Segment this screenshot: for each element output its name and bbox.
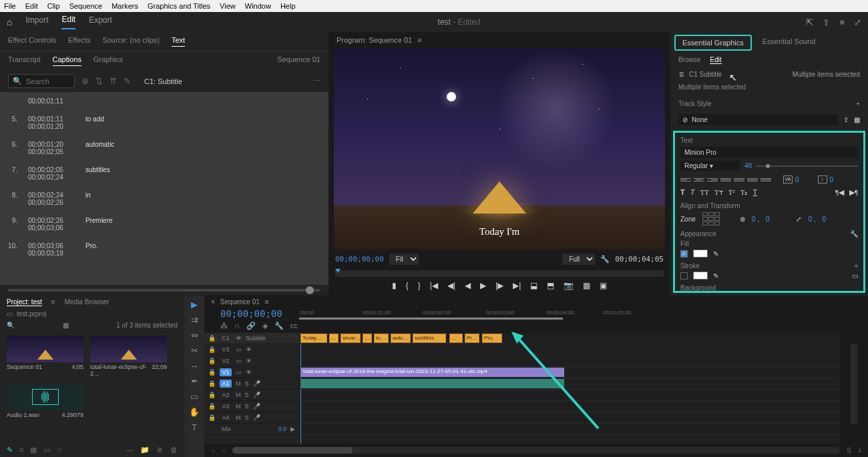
timeline-tc[interactable]: 00;00;00;00	[220, 308, 283, 319]
menu-window[interactable]: Window	[245, 2, 271, 10]
caption-row[interactable]: 6.00;00;01;2000;00;02;05automatic	[0, 135, 329, 161]
project-search-icon[interactable]: 🔍	[7, 322, 15, 329]
pos-x-value[interactable]: 0 ,	[752, 215, 759, 223]
font-size-value[interactable]: 48	[744, 162, 752, 169]
layer-name[interactable]: C1 Subtitle	[689, 71, 722, 78]
workspace-edit[interactable]: Edit	[61, 15, 75, 29]
tab-effects[interactable]: Effects	[68, 36, 90, 47]
align-right-icon[interactable]	[707, 175, 718, 184]
fill-color-swatch[interactable]	[693, 250, 708, 258]
quick-export-icon[interactable]: ⇱	[806, 17, 813, 27]
track-lane-mix[interactable]	[299, 424, 840, 435]
italic-icon[interactable]: T	[690, 188, 695, 197]
play-back-icon[interactable]: ◀	[465, 281, 471, 290]
marker-icon[interactable]: ▮	[392, 281, 397, 290]
caption-row[interactable]: 5.00;00;01;1100;00;01;20to add	[0, 110, 329, 135]
track-lane-a4[interactable]	[299, 412, 840, 424]
program-menu-icon[interactable]: ≡	[417, 36, 421, 44]
smallcaps-icon[interactable]: Tᴛ	[714, 188, 723, 197]
menu-graphics-and-titles[interactable]: Graphics and Titles	[148, 2, 210, 10]
tab-text[interactable]: Text	[172, 36, 185, 47]
settings-icon[interactable]: 🔧	[274, 322, 284, 330]
font-size-slider[interactable]	[756, 165, 858, 167]
program-tc-left[interactable]: 00;00;00;00	[335, 255, 384, 264]
in-icon[interactable]: {	[406, 281, 409, 290]
stroke-type-icon[interactable]: ▭	[852, 272, 858, 280]
font-select[interactable]: Minion Pro	[680, 147, 858, 158]
caption-clip[interactable]: show…	[341, 334, 361, 343]
rtl-icon[interactable]: ▶¶	[849, 188, 858, 197]
home-icon[interactable]: ⌂	[7, 17, 12, 27]
tab-effect-controls[interactable]: Effect Controls	[8, 36, 56, 47]
trash-icon[interactable]: 🗑	[170, 446, 178, 454]
play-icon[interactable]: ▶	[480, 281, 486, 290]
style-grid-icon[interactable]: ▦	[854, 116, 860, 123]
tab-essential-graphics[interactable]: Essential Graphics	[674, 35, 752, 51]
step-fwd-icon[interactable]: |▶	[495, 281, 503, 290]
workspace-export[interactable]: Export	[89, 15, 112, 29]
audio-clip[interactable]	[300, 379, 564, 388]
pencil-icon[interactable]: ✎	[124, 76, 131, 86]
track-lane-c1[interactable]: Today……show……to…auto…subtitles…Pr…Pro.	[299, 333, 840, 344]
tab-essential-sound[interactable]: Essential Sound	[756, 35, 823, 51]
superscript-icon[interactable]: T²	[728, 188, 735, 197]
caption-clip[interactable]: Pr…	[465, 334, 479, 343]
font-weight-select[interactable]: Regular ▾	[680, 161, 740, 171]
pencil-icon[interactable]: ✎	[7, 446, 13, 454]
merge-icon[interactable]: ⇈	[110, 76, 117, 86]
selection-tool-icon[interactable]: ▶	[191, 300, 198, 310]
project-item[interactable]: Sequence 014;05	[7, 336, 83, 377]
align-left-icon[interactable]	[680, 175, 691, 184]
tab-transcript[interactable]: Transcript	[8, 55, 41, 66]
track-header-v2[interactable]: 🔒V2▭👁	[204, 356, 299, 367]
camera-icon[interactable]: 📷	[564, 281, 574, 290]
underline-icon[interactable]: T	[752, 188, 757, 197]
fullscreen-icon[interactable]: ⤢	[854, 17, 861, 27]
out-icon[interactable]: }	[418, 281, 421, 290]
tab-captions[interactable]: Captions	[53, 55, 81, 66]
align-justify-icon[interactable]	[720, 175, 731, 184]
stroke-checkbox[interactable]	[680, 272, 688, 280]
safe-margins-icon[interactable]: ▣	[600, 281, 607, 290]
track-header-v3[interactable]: 🔒V3▭👁	[204, 344, 299, 356]
appearance-wrench-icon[interactable]: 🔧	[850, 230, 858, 238]
menu-edit[interactable]: Edit	[25, 2, 38, 10]
scale-y-value[interactable]: 0	[823, 215, 827, 223]
caption-clip[interactable]: Pro.	[482, 334, 502, 343]
pos-y-value[interactable]: 0	[766, 215, 770, 223]
pen-tool-icon[interactable]: ✒	[191, 376, 198, 386]
timeline-zoom-slider[interactable]	[232, 447, 840, 454]
track-lane-v3[interactable]	[299, 344, 840, 356]
track-style-select[interactable]: ⊘None	[678, 114, 838, 125]
lift-icon[interactable]: ⬓	[530, 281, 537, 290]
project-item[interactable]: total-lunar-eclipse-of-2…22;09	[90, 336, 167, 377]
zone-grid[interactable]	[702, 212, 720, 226]
upload-style-icon[interactable]: ⇪	[843, 116, 849, 123]
marker2-icon[interactable]: ◈	[262, 322, 268, 330]
step-back-icon[interactable]: ◀|	[447, 281, 455, 290]
track-header-mix[interactable]: Mix0.0▶	[204, 424, 299, 435]
goto-in-icon[interactable]: |◀	[430, 281, 438, 290]
allcaps-icon[interactable]: TT	[700, 188, 708, 197]
align-justify-all-icon[interactable]	[761, 175, 771, 184]
align-center-icon[interactable]	[694, 175, 704, 184]
track-header-a2[interactable]: 🔒A2MS🎤	[204, 390, 299, 401]
stroke-color-swatch[interactable]	[693, 272, 708, 280]
kerning-value[interactable]: 0	[830, 176, 834, 183]
program-scrubber[interactable]	[335, 270, 664, 277]
workspace-icon[interactable]: ≡	[839, 17, 845, 27]
menu-markers[interactable]: Markers	[112, 2, 138, 10]
tab-graphics[interactable]: Graphics	[93, 55, 123, 66]
menu-file[interactable]: File	[4, 2, 16, 10]
track-select-tool-icon[interactable]: ⇉	[191, 315, 198, 325]
subscript-icon[interactable]: T₂	[740, 188, 748, 197]
caption-clip[interactable]: Today…	[300, 334, 327, 343]
fill-checkbox[interactable]	[680, 250, 688, 258]
menu-help[interactable]: Help	[280, 2, 296, 10]
more-icon[interactable]: ⋯	[313, 77, 320, 85]
new-item-icon[interactable]: 🗎	[156, 446, 164, 454]
track-header-a1[interactable]: 🔒A1MS🎤	[204, 378, 299, 390]
snap-icon[interactable]: ⁂	[220, 322, 228, 330]
track-lane-a2[interactable]	[299, 390, 840, 401]
caption-row[interactable]: 8.00;00;02;2400;00;02;26in	[0, 186, 329, 211]
